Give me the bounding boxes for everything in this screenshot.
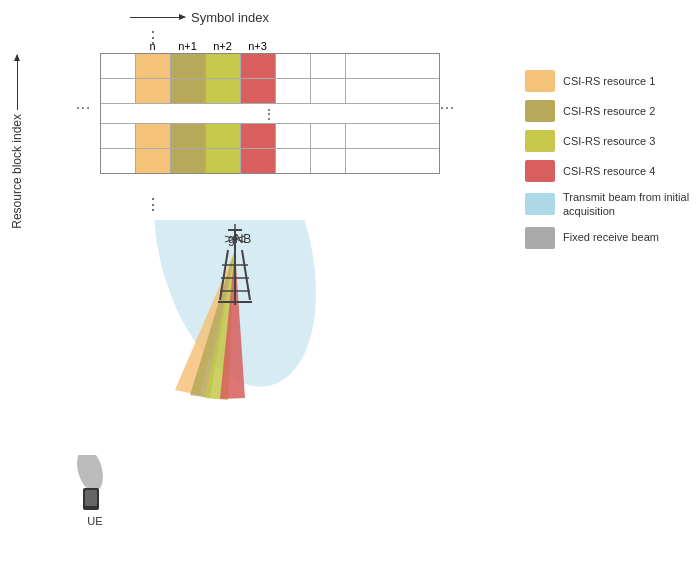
cell	[276, 124, 311, 148]
cell-csi3	[206, 149, 241, 173]
legend-swatch-csi4	[525, 160, 555, 182]
col-header-n2: n+2	[205, 40, 240, 52]
legend-item-rx-beam: Fixed receive beam	[525, 227, 690, 249]
cell	[101, 54, 136, 78]
tower-leg-right	[242, 250, 250, 300]
cell-csi2	[171, 149, 206, 173]
cell	[101, 79, 136, 103]
beams-svg	[80, 220, 380, 440]
beam-csi2	[190, 250, 235, 398]
phone-screen	[85, 490, 97, 506]
cell-csi3	[206, 79, 241, 103]
cell-csi4	[241, 124, 276, 148]
beam-csi3	[205, 250, 235, 400]
grid-row-1	[101, 54, 439, 79]
grid-container: n n+1 n+2 n+3 … …	[70, 40, 440, 176]
cell-csi1	[136, 54, 171, 78]
tower-leg-left	[220, 250, 228, 300]
col-header-n1: n+1	[170, 40, 205, 52]
legend-area: CSI-RS resource 1 CSI-RS resource 2 CSI-…	[515, 60, 700, 267]
col-header-n: n	[135, 40, 170, 52]
grid-row-3	[101, 124, 439, 149]
cell	[311, 79, 346, 103]
resource-grid: ⋮	[100, 53, 440, 174]
column-headers: n n+1 n+2 n+3	[100, 40, 440, 52]
legend-item-tx-beam: Transmit beam from initial acquisition	[525, 190, 690, 219]
ue-beam-svg	[65, 455, 125, 510]
legend-label-tx-beam: Transmit beam from initial acquisition	[563, 190, 690, 219]
legend-label-csi3: CSI-RS resource 3	[563, 134, 655, 148]
col-header-n3: n+3	[240, 40, 275, 52]
cell	[346, 149, 439, 173]
cell-csi4	[241, 149, 276, 173]
beam-csi1	[175, 250, 235, 395]
cell-csi3	[206, 124, 241, 148]
initial-beam-bg	[126, 220, 343, 405]
gnb-label: gNB	[228, 232, 251, 246]
cell-csi4	[241, 54, 276, 78]
cell-csi2	[171, 54, 206, 78]
legend-item-csi3: CSI-RS resource 3	[525, 130, 690, 152]
dots-below-grid: ⋮	[145, 195, 161, 214]
symbol-index-arrow-line	[130, 17, 185, 18]
legend-label-csi2: CSI-RS resource 2	[563, 104, 655, 118]
legend-label-rx-beam: Fixed receive beam	[563, 230, 659, 244]
diagram-area: Symbol index Resource block index ⋮ n n+…	[0, 0, 520, 581]
beam-csi4	[220, 250, 245, 399]
ue-area: UE	[65, 455, 125, 527]
symbol-index-row: Symbol index	[130, 10, 269, 25]
rb-index-column: Resource block index	[10, 55, 24, 229]
cell	[311, 124, 346, 148]
dots-right-grid: …	[439, 95, 455, 113]
cell-csi3	[206, 54, 241, 78]
cell	[101, 149, 136, 173]
cell-csi2	[171, 79, 206, 103]
cell-csi2	[171, 124, 206, 148]
dots-left-grid: …	[75, 95, 91, 113]
grid-dots-row: ⋮	[101, 104, 439, 124]
rb-arrow-head	[14, 54, 20, 61]
rb-index-label: Resource block index	[10, 114, 24, 229]
legend-item-csi4: CSI-RS resource 4	[525, 160, 690, 182]
cell-csi4	[241, 79, 276, 103]
rb-arrow-line	[17, 55, 18, 110]
legend-item-csi1: CSI-RS resource 1	[525, 70, 690, 92]
grid-row-4	[101, 149, 439, 173]
cell-csi1	[136, 149, 171, 173]
cell	[276, 79, 311, 103]
cell	[346, 124, 439, 148]
cell	[311, 149, 346, 173]
cell-csi1	[136, 79, 171, 103]
cell-csi1	[136, 124, 171, 148]
legend-label-csi4: CSI-RS resource 4	[563, 164, 655, 178]
legend-swatch-tx-beam	[525, 193, 555, 215]
legend-label-csi1: CSI-RS resource 1	[563, 74, 655, 88]
legend-item-csi2: CSI-RS resource 2	[525, 100, 690, 122]
cell	[311, 54, 346, 78]
arrow-head	[179, 14, 186, 20]
symbol-index-label: Symbol index	[191, 10, 269, 25]
grid-row-2	[101, 79, 439, 104]
cell	[276, 54, 311, 78]
legend-swatch-csi3	[525, 130, 555, 152]
cell	[276, 149, 311, 173]
cell	[346, 54, 439, 78]
cell	[101, 124, 136, 148]
cell	[346, 79, 439, 103]
ue-label: UE	[65, 515, 125, 527]
legend-swatch-rx-beam	[525, 227, 555, 249]
legend-swatch-csi2	[525, 100, 555, 122]
legend-swatch-csi1	[525, 70, 555, 92]
